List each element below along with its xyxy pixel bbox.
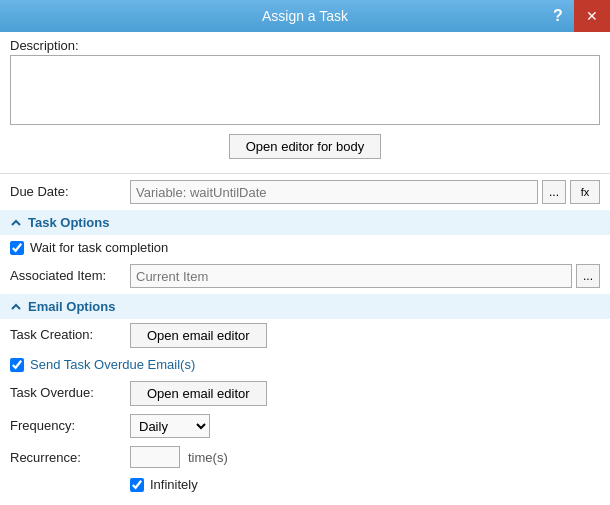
help-button[interactable]: ? xyxy=(542,0,574,32)
send-overdue-checkbox[interactable] xyxy=(10,358,24,372)
frequency-controls: Daily Weekly Monthly xyxy=(130,414,600,438)
associated-item-input[interactable] xyxy=(130,264,572,288)
email-options-label: Email Options xyxy=(28,299,115,314)
wait-for-completion-label: Wait for task completion xyxy=(30,240,168,255)
send-overdue-label: Send Task Overdue Email(s) xyxy=(30,357,195,372)
frequency-label: Frequency: xyxy=(10,414,130,433)
dialog-title: Assign a Task xyxy=(262,8,348,24)
wait-for-completion-checkbox[interactable] xyxy=(10,241,24,255)
infinitely-checkbox[interactable] xyxy=(130,478,144,492)
infinitely-row: Infinitely xyxy=(0,472,610,497)
task-creation-email-button[interactable]: Open email editor xyxy=(130,323,267,348)
associated-item-controls: ... xyxy=(130,264,600,288)
due-date-fx-button[interactable]: fx xyxy=(570,180,600,204)
wait-for-completion-row: Wait for task completion xyxy=(0,235,610,260)
due-date-label: Due Date: xyxy=(10,180,130,199)
task-creation-controls: Open email editor xyxy=(130,323,600,348)
task-overdue-email-button[interactable]: Open email editor xyxy=(130,381,267,406)
due-date-row: Due Date: ... fx xyxy=(0,176,610,208)
title-bar: Assign a Task ? ✕ xyxy=(0,0,610,32)
close-button[interactable]: ✕ xyxy=(574,0,610,32)
task-options-chevron-icon xyxy=(10,217,22,229)
associated-item-row: Associated Item: ... xyxy=(0,260,610,292)
due-date-input[interactable] xyxy=(130,180,538,204)
task-overdue-label: Task Overdue: xyxy=(10,381,130,400)
description-label: Description: xyxy=(0,32,610,55)
task-options-header: Task Options xyxy=(0,210,610,235)
task-options-label: Task Options xyxy=(28,215,109,230)
due-date-ellipsis-button[interactable]: ... xyxy=(542,180,566,204)
due-date-controls: ... fx xyxy=(130,180,600,204)
dialog-content: Description: Open editor for body Due Da… xyxy=(0,32,610,505)
recurrence-controls: time(s) xyxy=(130,446,600,468)
recurrence-times-label: time(s) xyxy=(188,450,228,465)
frequency-select[interactable]: Daily Weekly Monthly xyxy=(130,414,210,438)
recurrence-label: Recurrence: xyxy=(10,446,130,465)
frequency-row: Frequency: Daily Weekly Monthly xyxy=(0,410,610,442)
description-textarea[interactable] xyxy=(10,55,600,125)
task-overdue-row: Task Overdue: Open email editor xyxy=(0,377,610,410)
infinitely-label: Infinitely xyxy=(150,477,198,492)
recurrence-row: Recurrence: time(s) xyxy=(0,442,610,472)
email-options-chevron-icon xyxy=(10,301,22,313)
associated-item-label: Associated Item: xyxy=(10,264,130,283)
recurrence-input[interactable] xyxy=(130,446,180,468)
associated-item-ellipsis-button[interactable]: ... xyxy=(576,264,600,288)
task-creation-label: Task Creation: xyxy=(10,323,130,342)
open-editor-body-button[interactable]: Open editor for body xyxy=(229,134,382,159)
task-creation-row: Task Creation: Open email editor xyxy=(0,319,610,352)
email-options-header: Email Options xyxy=(0,294,610,319)
title-bar-controls: ? ✕ xyxy=(542,0,610,32)
task-overdue-controls: Open email editor xyxy=(130,381,600,406)
send-overdue-row: Send Task Overdue Email(s) xyxy=(0,352,610,377)
